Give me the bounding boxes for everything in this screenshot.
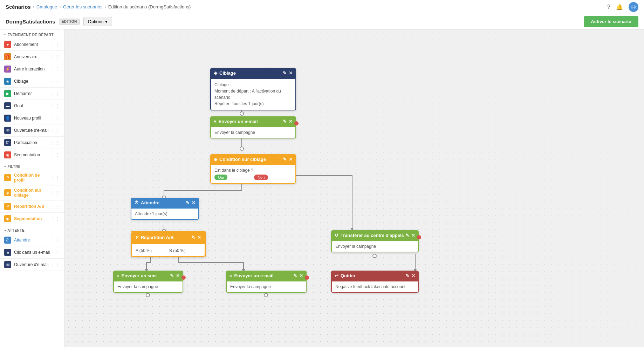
- subbar-left: DormgSatisfactions EDITION Options ▾: [6, 17, 112, 26]
- sms-close-icon[interactable]: ✕: [176, 273, 180, 278]
- breadcrumb-catalogue[interactable]: Catalogue: [36, 4, 57, 9]
- attendre-body: Attendre 1 jour(s): [131, 208, 199, 220]
- transferer-error-dot: [417, 235, 421, 239]
- demarrer-label: Démarrer: [14, 91, 32, 96]
- sms-body-text: Envoyer la campagne: [117, 284, 158, 289]
- email1-close-icon[interactable]: ✕: [289, 119, 293, 124]
- help-icon[interactable]: ?: [607, 4, 610, 10]
- transferer-node-title: Transférer au centre d'appels: [341, 233, 404, 238]
- topbar-left: Scénarios › Catalogue › Gérer les scénar…: [6, 4, 191, 10]
- node-email1[interactable]: ≡ Envoyer un e-mail ✎ ✕ Envoyer la campa…: [210, 116, 296, 138]
- sidebar-item-repartition-ab[interactable]: P Répartition A/B ⋮⋮: [0, 200, 64, 213]
- email2-header: ≡ Envoyer un e-mail ✎ ✕: [226, 271, 307, 281]
- sidebar-item-nouveau-profil[interactable]: 👤 Nouveau profil ⋮⋮: [0, 112, 64, 124]
- transferer-body-text: Envoyer la campagne: [335, 244, 376, 249]
- sidebar-item-condition-ciblage[interactable]: ◈ Condition sur ciblage ⋮⋮: [0, 185, 64, 200]
- transferer-body: Envoyer la campagne: [331, 240, 419, 252]
- transferer-close-icon[interactable]: ✕: [411, 233, 415, 238]
- node-condition[interactable]: ◈ Condition sur ciblage ✎ ✕ Est dans le …: [210, 154, 296, 184]
- badge-non[interactable]: Non: [254, 175, 268, 180]
- segmentation2-icon: ◉: [4, 215, 11, 222]
- quitter-close-icon[interactable]: ✕: [411, 273, 415, 278]
- email2-close-icon[interactable]: ✕: [299, 273, 303, 278]
- attendre-close-icon[interactable]: ✕: [192, 200, 196, 205]
- badge-oui[interactable]: Oui: [214, 175, 227, 180]
- drag-handle: ⋮⋮: [50, 204, 60, 209]
- attendre-edit-icon[interactable]: ✎: [186, 200, 190, 205]
- repartition-header: P Répartition A/B ✎ ✕: [131, 232, 205, 243]
- repartition-edit-icon[interactable]: ✎: [191, 235, 195, 240]
- node-email2[interactable]: ≡ Envoyer un e-mail ✎ ✕ Envoyer la campa…: [226, 271, 307, 293]
- flow-canvas[interactable]: ◈ Ciblage ✎ ✕ Ciblage :Moment de départ …: [65, 29, 644, 347]
- breadcrumb-gerer[interactable]: Gérer les scénarios: [63, 4, 103, 9]
- sidebar-item-ouverture-email[interactable]: ✉ Ouverture d'e-mail ⋮⋮: [0, 124, 64, 137]
- transferer-edit-icon[interactable]: ✎: [405, 233, 409, 238]
- avatar[interactable]: GD: [629, 2, 638, 12]
- transferer-node-icon: ↺: [335, 233, 338, 238]
- drag-handle: ⋮⋮: [50, 140, 60, 145]
- svg-point-3: [240, 147, 244, 150]
- attendre-node-title: Attendre: [141, 200, 159, 205]
- node-ciblage[interactable]: ◈ Ciblage ✎ ✕ Ciblage :Moment de départ …: [210, 68, 296, 110]
- email1-node-icon: ≡: [214, 119, 217, 124]
- node-quitter[interactable]: ↩ Quitter ✎ ✕ Negative feedback taken in…: [331, 271, 419, 293]
- sidebar-item-segmentation2[interactable]: ◉ Segmentation ⋮⋮: [0, 213, 64, 225]
- repartition-node-title: Répartition A/B: [141, 235, 174, 240]
- sms-edit-icon[interactable]: ✎: [170, 273, 174, 278]
- topbar-right: ? 🔔 GD: [607, 2, 638, 12]
- drag-handle: ⋮⋮: [50, 54, 60, 60]
- activate-button[interactable]: Activer le scénario: [584, 16, 638, 27]
- bell-icon[interactable]: 🔔: [616, 4, 623, 10]
- options-button[interactable]: Options ▾: [83, 17, 112, 26]
- condition-node-title: Condition sur ciblage: [219, 157, 266, 162]
- email2-node-title: Envoyer un e-mail: [234, 273, 274, 278]
- condition-ciblage-icon: ◈: [4, 189, 11, 196]
- ouverture-email2-icon: ✉: [4, 261, 11, 268]
- email2-body: Envoyer la campagne: [226, 281, 307, 293]
- node-repartition[interactable]: P Répartition A/B ✎ ✕ A (50 %) B (50 %): [131, 231, 206, 257]
- email2-edit-icon[interactable]: ✎: [293, 273, 297, 278]
- sidebar-item-attendre[interactable]: ⏱ Attendre ⋮⋮: [0, 234, 64, 246]
- sidebar-item-anniversaire[interactable]: 🎁 Anniversaire ⋮⋮: [0, 51, 64, 63]
- sidebar-item-condition-profil[interactable]: P Condition de profil ⋮⋮: [0, 170, 64, 185]
- drag-handle: ⋮⋮: [50, 128, 60, 133]
- sidebar-item-ouverture-email2[interactable]: ✉ Ouverture d'e-mail ⋮⋮: [0, 259, 64, 271]
- sidebar-item-segmentation[interactable]: ◉ Segmentation ⋮⋮: [0, 149, 64, 161]
- sidebar-item-abonnement[interactable]: ♥ Abonnement ⋮⋮: [0, 39, 64, 51]
- section-title-filtre: ~ FILTRE: [0, 161, 64, 170]
- quitter-node-title: Quitter: [341, 273, 356, 278]
- goal-label: Goal: [14, 103, 23, 108]
- repartition-node-icon: P: [136, 235, 139, 240]
- ciblage-body-text: Ciblage :Moment de départ : A l'activati…: [214, 82, 281, 106]
- drag-handle: ⋮⋮: [50, 91, 60, 96]
- scenario-title: DormgSatisfactions: [6, 19, 55, 25]
- drag-handle: ⋮⋮: [50, 103, 60, 109]
- sidebar-item-goal[interactable]: ▬ Goal ⋮⋮: [0, 100, 64, 112]
- ciblage-edit-icon[interactable]: ✎: [283, 70, 287, 76]
- sidebar-item-participation[interactable]: ☑ Participation ⋮⋮: [0, 137, 64, 149]
- email1-body-text: Envoyer la campagne: [214, 130, 255, 135]
- sidebar-item-ciblage[interactable]: ◈ Ciblage ⋮⋮: [0, 75, 64, 88]
- quitter-edit-icon[interactable]: ✎: [405, 273, 409, 278]
- main-layout: ~ ÉVÈNEMENT DE DÉPART ♥ Abonnement ⋮⋮ 🎁 …: [0, 29, 644, 347]
- drag-handle: ⋮⋮: [50, 152, 60, 158]
- sms-node-title: Envoyer un sms: [122, 273, 157, 278]
- repartition-close-icon[interactable]: ✕: [197, 235, 201, 240]
- email1-edit-icon[interactable]: ✎: [283, 119, 287, 124]
- quitter-body: Negative feedback taken into account: [331, 281, 419, 293]
- drag-handle: ⋮⋮: [50, 115, 60, 121]
- sidebar-item-autre-interaction[interactable]: ⚡ Autre interaction ⋮⋮: [0, 63, 64, 75]
- sidebar-item-demarrer[interactable]: ▶ Démarrer ⋮⋮: [0, 88, 64, 100]
- condition-profil-label: Condition de profil: [14, 173, 50, 183]
- sidebar-item-clic-email[interactable]: 🖱 Clic dans un e-mail ⋮⋮: [0, 246, 64, 259]
- sidebar: ~ ÉVÈNEMENT DE DÉPART ♥ Abonnement ⋮⋮ 🎁 …: [0, 29, 65, 347]
- section-title-evenement: ~ ÉVÈNEMENT DE DÉPART: [0, 29, 64, 39]
- node-transferer[interactable]: ↺ Transférer au centre d'appels ✎ ✕ Envo…: [331, 230, 419, 252]
- condition-close-icon[interactable]: ✕: [289, 157, 293, 162]
- ciblage-close-icon[interactable]: ✕: [289, 70, 293, 76]
- node-attendre[interactable]: ⏱ Attendre ✎ ✕ Attendre 1 jour(s): [131, 198, 199, 220]
- condition-edit-icon[interactable]: ✎: [283, 157, 287, 162]
- condition-node-icon: ◈: [214, 157, 217, 162]
- ouverture-email-icon: ✉: [4, 127, 11, 134]
- node-sms[interactable]: ≡ Envoyer un sms ✎ ✕ Envoyer la campagne: [113, 271, 183, 293]
